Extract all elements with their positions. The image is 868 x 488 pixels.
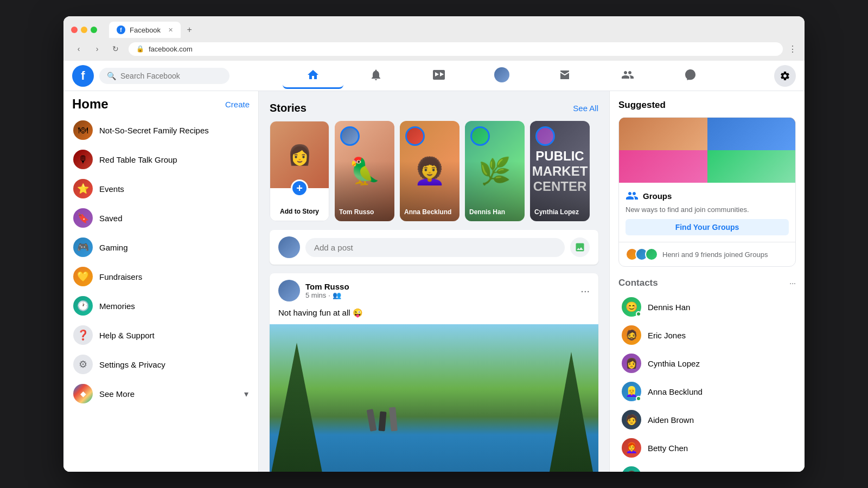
stories-see-all-button[interactable]: See All xyxy=(573,104,598,113)
traffic-lights xyxy=(71,27,97,33)
left-sidebar: Home Create 🍽 Not-So-Secret Family Recip… xyxy=(63,91,259,472)
sidebar-item-saved[interactable]: 🔖 Saved xyxy=(68,204,254,232)
contact-item-dennis-han[interactable]: 😊 Dennis Han xyxy=(618,293,796,321)
story-card-anna-becklund[interactable]: 👩‍🦱 Anna Becklund xyxy=(400,121,459,221)
add-story-card[interactable]: 👩 + Add to Story xyxy=(270,121,329,221)
story-avatar-cynthia-lopez xyxy=(535,126,555,146)
suggested-footer: Henri and 9 friends joined Groups xyxy=(619,242,795,266)
facebook-logo[interactable]: f xyxy=(72,65,94,87)
collage-cell-4 xyxy=(707,150,796,183)
back-button[interactable]: ‹ xyxy=(71,41,86,56)
contact-item-betty-chen[interactable]: 👩‍🦰 Betty Chen xyxy=(618,434,796,462)
sidebar-item-see-more[interactable]: ◆ See More ▾ xyxy=(68,380,254,408)
maximize-button[interactable] xyxy=(91,27,97,33)
story-card-tom-russo[interactable]: 🦜 Tom Russo xyxy=(335,121,394,221)
contact-name-aiden-brown: Aiden Brown xyxy=(648,415,694,425)
photo-video-button[interactable] xyxy=(570,237,590,257)
nav-messenger[interactable] xyxy=(660,63,721,89)
sidebar-item-settings-privacy[interactable]: ⚙ Settings & Privacy xyxy=(68,350,254,378)
post-body: Not having fun at all 😜 xyxy=(270,308,598,324)
browser-more-button[interactable]: ⋮ xyxy=(788,44,797,54)
find-your-groups-button[interactable]: Find Your Groups xyxy=(626,219,789,235)
tab-title: Facebook xyxy=(130,26,161,34)
nav-groups[interactable] xyxy=(597,63,658,89)
nav-marketplace[interactable] xyxy=(534,63,595,89)
contact-item-cynthia-lopez[interactable]: 👩 Cynthia Lopez xyxy=(618,349,796,377)
url-bar[interactable]: 🔒 facebook.com xyxy=(129,42,783,56)
add-story-top: 👩 + xyxy=(270,121,329,188)
browser-chrome: f Facebook ✕ + ‹ › ↻ 🔒 facebook.com ⋮ xyxy=(63,16,805,61)
contact-item-eric-jones[interactable]: 🧔 Eric Jones xyxy=(618,321,796,349)
sidebar-item-fundraisers[interactable]: 💛 Fundraisers xyxy=(68,262,254,291)
help-icon: ❓ xyxy=(73,325,93,345)
sidebar-label-red-table-talk: Red Table Talk Group xyxy=(99,155,177,164)
family-recipes-icon: 🍽 xyxy=(73,120,93,140)
browser-tab[interactable]: f Facebook ✕ xyxy=(109,22,181,38)
contact-online-dennis-han xyxy=(636,311,641,317)
sidebar-create-button[interactable]: Create xyxy=(225,100,250,109)
search-bar[interactable]: 🔍 xyxy=(99,68,229,84)
nav-notifications[interactable] xyxy=(346,63,406,89)
post-privacy-icon: 👥 xyxy=(333,291,341,299)
post-author-name[interactable]: Tom Russo xyxy=(305,282,575,291)
sidebar-label-saved: Saved xyxy=(99,214,123,223)
suggested-groups-card: Groups New ways to find and join communi… xyxy=(618,117,796,267)
story-name-anna-becklund: Anna Becklund xyxy=(404,208,455,216)
sidebar-label-gaming: Gaming xyxy=(99,243,128,252)
sidebar-label-help-support: Help & Support xyxy=(99,331,155,340)
close-button[interactable] xyxy=(71,27,78,33)
tab-close-icon[interactable]: ✕ xyxy=(168,27,173,34)
browser-window: f Facebook ✕ + ‹ › ↻ 🔒 facebook.com ⋮ f xyxy=(63,16,805,472)
contact-name-cynthia-lopez: Cynthia Lopez xyxy=(648,359,700,368)
post-image xyxy=(270,324,598,472)
nav-home[interactable] xyxy=(283,63,343,89)
story-card-dennis-han[interactable]: 🌿 Dennis Han xyxy=(465,121,525,221)
suggested-section: Suggested xyxy=(618,100,796,267)
facebook-app: f 🔍 xyxy=(63,61,805,472)
sidebar-item-gaming[interactable]: 🎮 Gaming xyxy=(68,233,254,261)
new-tab-button[interactable]: + xyxy=(183,23,196,36)
sidebar-label-settings-privacy: Settings & Privacy xyxy=(99,360,165,369)
search-input[interactable] xyxy=(120,72,222,80)
forward-button[interactable]: › xyxy=(90,41,105,56)
sidebar-label-fundraisers: Fundraisers xyxy=(99,272,142,281)
stories-section: Stories See All 👩 + Add to Story xyxy=(270,102,598,221)
contact-avatar-dennis-han: 😊 xyxy=(622,297,641,317)
reload-button[interactable]: ↻ xyxy=(108,41,123,56)
minimize-button[interactable] xyxy=(81,27,87,33)
sidebar-item-help-support[interactable]: ❓ Help & Support xyxy=(68,321,254,349)
settings-button[interactable] xyxy=(774,65,796,87)
post-more-button[interactable]: ··· xyxy=(580,285,590,297)
sidebar-label-events: Events xyxy=(99,184,124,194)
sidebar-label-see-more: See More xyxy=(99,389,135,399)
collage-cell-3 xyxy=(619,150,707,183)
groups-icon xyxy=(626,189,639,202)
title-bar: f Facebook ✕ + xyxy=(63,16,805,38)
sidebar-item-family-recipes[interactable]: 🍽 Not-So-Secret Family Recipes xyxy=(68,116,254,144)
nav-icons xyxy=(229,63,774,89)
see-more-icon: ◆ xyxy=(73,384,93,403)
story-card-cynthia-lopez[interactable]: PUBLIC MARKET CENTER Cynthia Lopez xyxy=(530,121,590,221)
stories-title: Stories xyxy=(270,102,307,114)
lock-icon: 🔒 xyxy=(136,45,144,53)
post-input[interactable] xyxy=(305,238,565,257)
sidebar-label-family-recipes: Not-So-Secret Family Recipes xyxy=(99,126,209,135)
settings-privacy-icon: ⚙ xyxy=(73,355,93,374)
contact-item-aiden-brown[interactable]: 🧑 Aiden Brown xyxy=(618,406,796,434)
post-composer xyxy=(270,230,598,265)
memories-icon: 🕐 xyxy=(73,296,93,316)
contact-item-anna-becklund[interactable]: 👱‍♀️ Anna Becklund xyxy=(618,377,796,406)
sidebar-item-events[interactable]: ⭐ Events xyxy=(68,175,254,203)
sidebar-header: Home Create xyxy=(68,97,254,116)
nav-watch[interactable] xyxy=(409,63,469,89)
url-text: facebook.com xyxy=(149,45,193,53)
sidebar-item-memories[interactable]: 🕐 Memories xyxy=(68,292,254,320)
sidebar-item-red-table-talk[interactable]: 🎙 Red Table Talk Group xyxy=(68,145,254,174)
contact-item-dan-brown[interactable]: 👨 Dan Brown xyxy=(618,462,796,472)
nav-profile[interactable] xyxy=(471,63,532,89)
contacts-more-button[interactable]: ··· xyxy=(789,279,796,287)
suggested-groups-content: Groups New ways to find and join communi… xyxy=(619,183,795,242)
nav-buttons: ‹ › ↻ xyxy=(71,41,123,56)
red-table-icon: 🎙 xyxy=(73,150,93,169)
contact-avatar-img-aiden-brown: 🧑 xyxy=(622,410,641,429)
